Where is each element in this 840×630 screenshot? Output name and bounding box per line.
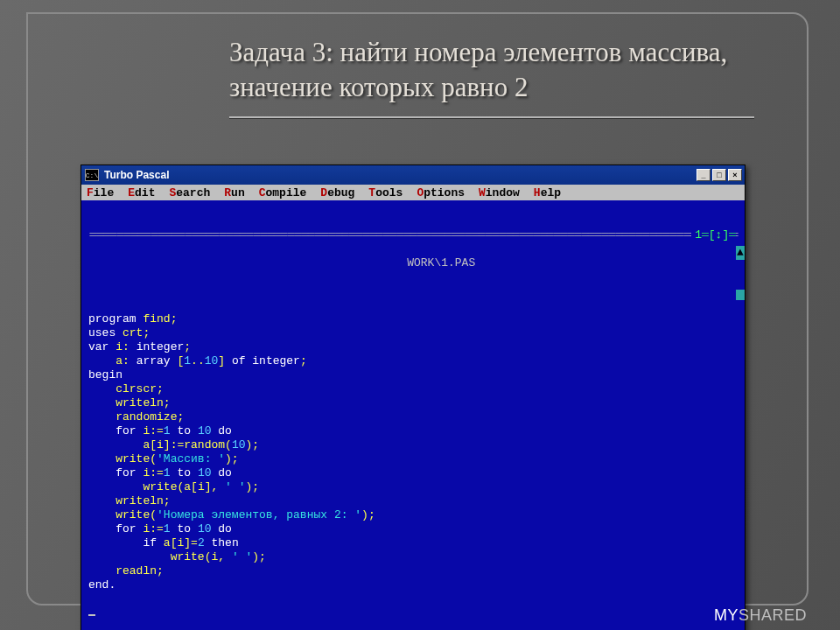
scroll-up-icon[interactable]: ▲ (736, 246, 745, 260)
scroll-thumb[interactable] (736, 290, 745, 300)
close-button[interactable]: × (728, 169, 742, 181)
file-label: WORK\1.PAS (396, 256, 486, 270)
editor-area[interactable]: ════════════════════════════════════════… (81, 200, 745, 630)
menu-window[interactable]: Window (479, 186, 520, 200)
watermark: MYSHARED (714, 606, 807, 625)
menu-file[interactable]: File (87, 186, 114, 200)
window-title: Turbo Pascal (104, 169, 696, 181)
menu-run[interactable]: Run (224, 186, 244, 200)
titlebar: C:\ Turbo Pascal _ □ × (81, 165, 745, 185)
source-code[interactable]: program find; uses crt; var i: integer; … (87, 298, 741, 630)
app-window: C:\ Turbo Pascal _ □ × File Edit Search … (80, 164, 746, 630)
editor-frame-top: ════════════════════════════════════════… (87, 228, 741, 242)
menubar: File Edit Search Run Compile Debug Tools… (81, 185, 745, 200)
window-controls: _ □ × (696, 169, 742, 181)
menu-tools[interactable]: Tools (368, 186, 402, 200)
slide-title: Задача 3: найти номера элементов массива… (28, 14, 807, 109)
menu-search[interactable]: Search (169, 186, 210, 200)
slide-frame: Задача 3: найти номера элементов массива… (26, 12, 808, 606)
menu-options[interactable]: Options (416, 186, 465, 200)
menu-compile[interactable]: Compile (259, 186, 307, 200)
maximize-button[interactable]: □ (712, 169, 726, 181)
title-underline (229, 116, 754, 118)
menu-help[interactable]: Help (534, 186, 561, 200)
minimize-button[interactable]: _ (696, 169, 710, 181)
app-icon: C:\ (85, 169, 99, 181)
menu-edit[interactable]: Edit (128, 186, 155, 200)
text-cursor (88, 614, 95, 616)
vertical-scrollbar[interactable]: ▲ (736, 218, 743, 328)
frame-right-marker: 1═[↕]═ (691, 228, 736, 242)
menu-debug[interactable]: Debug (320, 186, 354, 200)
